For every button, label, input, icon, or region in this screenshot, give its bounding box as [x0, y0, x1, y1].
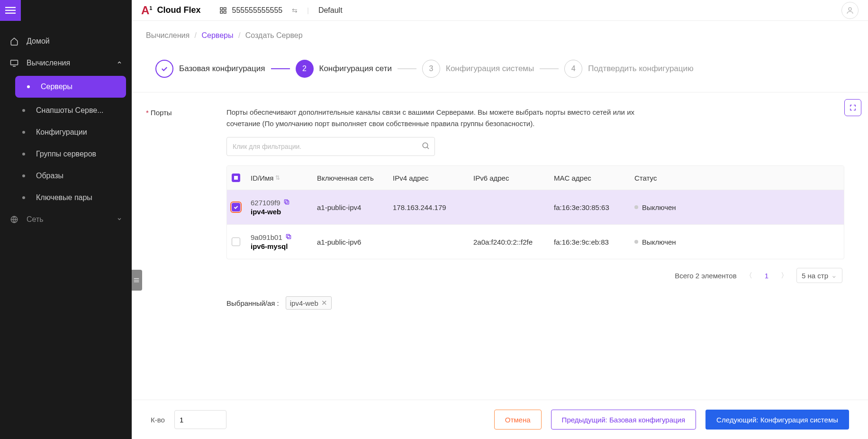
filter-input[interactable]	[226, 137, 435, 156]
th-ipv4: IPv4 адрес	[393, 174, 473, 182]
step-3-label: Конфигурация системы	[446, 64, 534, 73]
logo-mark: A1	[141, 4, 152, 17]
menu-icon	[5, 5, 16, 16]
th-mac: MAC адрес	[554, 174, 634, 182]
row-mac: fa:16:3e:9c:eb:83	[554, 238, 634, 246]
sidebar-item-keypairs[interactable]: Ключевые пары	[9, 187, 132, 209]
step-4: 4 Подтвердить конфигурацию	[564, 60, 694, 78]
bullet-icon	[22, 174, 25, 177]
row-checkbox[interactable]	[232, 203, 240, 211]
sidebar-item-compute[interactable]: Вычисления	[0, 52, 132, 74]
account-switcher[interactable]: 555555555555	[219, 6, 282, 15]
th-id[interactable]: ID/Имя	[251, 174, 273, 182]
svg-point-15	[423, 143, 428, 148]
sidebar-label-home: Домой	[27, 37, 50, 46]
prev-button[interactable]: Предыдущий: Базовая конфигурация	[551, 410, 696, 430]
table-row[interactable]: 627109f9 ipv4-web a1-public-ipv4 178.163…	[227, 190, 844, 224]
section-label-text: Порты	[151, 109, 172, 117]
remove-tag-button[interactable]: ✕	[321, 299, 327, 307]
pagination: Всего 2 элементов 〈 1 〉 5 на стр ⌄	[226, 259, 844, 292]
footer: К-во Отмена Предыдущий: Базовая конфигур…	[132, 400, 868, 439]
select-all-checkbox[interactable]	[232, 174, 240, 182]
next-page-button[interactable]: 〉	[779, 269, 790, 282]
row-status: Выключен	[642, 203, 676, 211]
sidebar: Домой Вычисления Серверы Снапшоты Серве.…	[0, 0, 132, 439]
chevron-down-icon	[117, 215, 122, 224]
table-row[interactable]: 9a091b01 ipv6-mysql a1-public-ipv6 2a0a:…	[227, 224, 844, 259]
qty-input[interactable]	[174, 410, 226, 429]
stepper: Базовая конфигурация 2 Конфигурация сети…	[132, 50, 868, 92]
status-dot-icon	[634, 240, 638, 244]
sidebar-label-configs: Конфигурации	[36, 128, 87, 137]
sidebar-label-groups: Группы серверов	[36, 150, 96, 158]
bullet-icon	[22, 196, 25, 199]
breadcrumb-compute[interactable]: Вычисления	[146, 31, 190, 39]
svg-rect-2	[5, 13, 16, 14]
step-2[interactable]: 2 Конфигурация сети	[296, 60, 392, 78]
svg-point-11	[849, 8, 851, 10]
copy-icon[interactable]	[285, 233, 292, 241]
project-selector[interactable]: Default	[318, 6, 343, 15]
row-checkbox[interactable]	[232, 238, 240, 246]
sidebar-item-network[interactable]: Сеть	[0, 209, 132, 230]
row-status: Выключен	[642, 238, 676, 246]
globe-icon	[9, 215, 19, 224]
breadcrumb-current: Создать Сервер	[245, 31, 303, 39]
prev-page-button[interactable]: 〈	[743, 269, 754, 282]
profile-button[interactable]	[841, 2, 859, 19]
sidebar-item-home[interactable]: Домой	[0, 30, 132, 52]
sidebar-label-network: Сеть	[27, 215, 44, 224]
th-ipv6: IPv6 адрес	[473, 174, 554, 182]
swap-icon[interactable]: ⇆	[292, 7, 298, 14]
sidebar-label-snapshots: Снапшоты Серве...	[36, 106, 104, 115]
sidebar-item-images[interactable]: Образы	[9, 165, 132, 187]
next-button[interactable]: Следующий: Конфигурация системы	[705, 410, 849, 430]
svg-rect-12	[134, 278, 139, 279]
selected-label: Выбранный/ая :	[226, 299, 279, 307]
page-size-selector[interactable]: 5 на стр ⌄	[796, 268, 842, 283]
status-dot-icon	[634, 205, 638, 209]
selected-tag: ipv4-web ✕	[286, 296, 332, 310]
row-net: a1-public-ipv6	[317, 238, 393, 246]
drawer-tab[interactable]	[132, 270, 142, 291]
svg-rect-19	[287, 236, 290, 239]
th-net: Включенная сеть	[317, 174, 393, 182]
sidebar-item-configs[interactable]: Конфигурации	[9, 121, 132, 143]
bullet-icon	[22, 131, 25, 134]
sidebar-label-servers: Серверы	[41, 82, 72, 91]
svg-rect-8	[224, 8, 226, 10]
current-page[interactable]: 1	[761, 271, 772, 281]
account-id-text: 555555555555	[232, 6, 282, 15]
row-name: ipv6-mysql	[251, 242, 317, 250]
selected-tag-text: ipv4-web	[290, 299, 318, 307]
total-count: Всего 2 элементов	[675, 272, 736, 280]
sidebar-item-snapshots[interactable]: Снапшоты Серве...	[9, 100, 132, 121]
topbar: A1 Cloud Flex 555555555555 ⇆ | Default	[132, 0, 868, 21]
user-icon	[846, 6, 854, 15]
separator: |	[307, 7, 309, 14]
hamburger-menu[interactable]	[0, 0, 21, 21]
svg-rect-1	[5, 10, 16, 11]
search-icon	[422, 142, 430, 152]
svg-rect-13	[134, 280, 139, 280]
step-2-num: 2	[296, 60, 314, 78]
check-icon	[160, 64, 169, 73]
sidebar-label-compute: Вычисления	[27, 59, 70, 67]
copy-icon[interactable]	[283, 199, 290, 207]
breadcrumb-servers[interactable]: Серверы	[201, 31, 233, 39]
svg-rect-17	[285, 201, 289, 204]
chevron-down-icon: ⌄	[831, 271, 837, 280]
sidebar-item-servers[interactable]: Серверы	[15, 76, 126, 98]
sidebar-item-groups[interactable]: Группы серверов	[9, 143, 132, 165]
expand-button[interactable]	[844, 99, 861, 116]
home-icon	[9, 37, 19, 46]
cancel-button[interactable]: Отмена	[494, 410, 542, 430]
step-1[interactable]: Базовая конфигурация	[155, 60, 265, 78]
bullet-icon	[22, 153, 25, 155]
page-size-label: 5 на стр	[802, 272, 828, 280]
row-ipv6: 2a0a:f240:0:2::f2fe	[473, 238, 554, 246]
row-id: 627109f9	[251, 199, 280, 207]
sort-icon[interactable]: ⇅	[275, 174, 280, 181]
svg-rect-9	[220, 11, 223, 13]
svg-rect-18	[284, 200, 288, 203]
